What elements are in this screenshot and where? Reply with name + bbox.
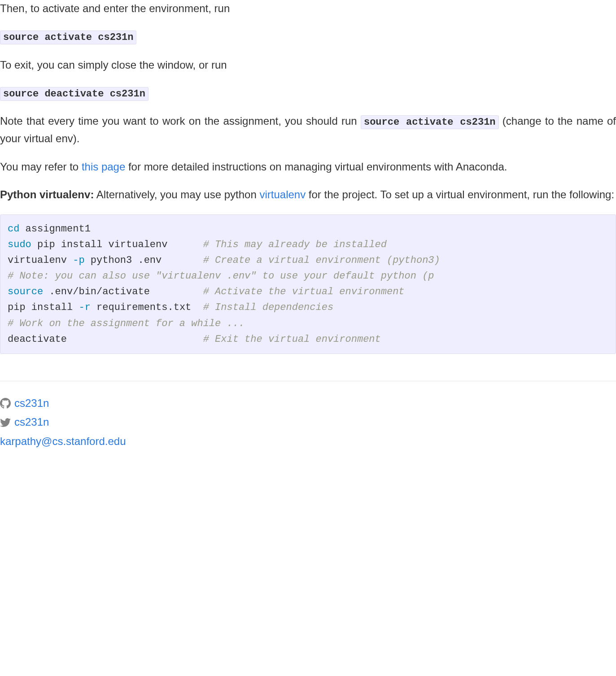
divider <box>0 381 616 381</box>
footer-link-email: karpathy@cs.stanford.edu <box>0 433 616 450</box>
txt-l3b: python3 .env <box>85 255 203 266</box>
flag-l3: -p <box>73 255 84 266</box>
cmt-l6: # Install dependencies <box>203 302 333 313</box>
link-virtualenv[interactable]: virtualenv <box>259 188 306 201</box>
code-deactivate: source deactivate cs231n <box>0 87 149 101</box>
kw-cd: cd <box>8 223 26 235</box>
virtualenv-heading: Python virtualenv: <box>0 188 94 201</box>
twitter-link[interactable]: cs231n <box>14 414 49 431</box>
footer-link-twitter: cs231n <box>0 414 616 431</box>
code-activate: source activate cs231n <box>0 31 136 44</box>
txt-l1: assignment1 <box>26 223 91 235</box>
txt-l8: deactivate <box>8 334 203 345</box>
footer-links: cs231n cs231n karpathy@cs.stanford.edu <box>0 395 616 450</box>
txt-l6a: pip install <box>8 302 79 313</box>
paragraph-activate: Then, to activate and enter the environm… <box>0 0 616 17</box>
virtualenv-before: Alternatively, you may use python <box>94 188 259 201</box>
github-icon <box>0 398 11 409</box>
kw-sudo: sudo <box>8 239 37 250</box>
paragraph-note: Note that every time you want to work on… <box>0 113 616 148</box>
virtualenv-after: for the project. To set up a virtual env… <box>306 188 614 201</box>
footer-link-github: cs231n <box>0 395 616 412</box>
txt-l2: pip install virtualenv <box>37 239 203 250</box>
txt-l5: .env/bin/activate <box>49 286 203 297</box>
code-note: source activate cs231n <box>361 115 499 129</box>
cmt-l4: # Note: you can also use "virtualenv .en… <box>8 270 434 282</box>
email-link[interactable]: karpathy@cs.stanford.edu <box>0 433 126 450</box>
cmt-l3: # Create a virtual environment (python3) <box>203 255 440 266</box>
github-link[interactable]: cs231n <box>14 395 49 412</box>
txt-l6b: requirements.txt <box>91 302 203 313</box>
cmt-l2: # This may already be installed <box>203 239 387 250</box>
code-deactivate-wrapper: source deactivate cs231n <box>0 84 616 102</box>
link-this-page[interactable]: this page <box>82 161 125 173</box>
refer-before: You may refer to <box>0 161 82 173</box>
twitter-icon <box>0 417 11 428</box>
cmt-l5: # Activate the virtual environment <box>203 286 405 297</box>
refer-after: for more detailed instructions on managi… <box>125 161 507 173</box>
cmt-l7: # Work on the assignment for a while ... <box>8 318 245 329</box>
note-text-before: Note that every time you want to work on… <box>0 115 361 127</box>
paragraph-exit: To exit, you can simply close the window… <box>0 57 616 74</box>
code-block-virtualenv: cd assignment1 sudo pip install virtuale… <box>0 214 616 354</box>
kw-source: source <box>8 286 49 297</box>
code-activate-wrapper: source activate cs231n <box>0 28 616 45</box>
paragraph-refer: You may refer to this page for more deta… <box>0 158 616 175</box>
txt-l3a: virtualenv <box>8 255 73 266</box>
cmt-l8: # Exit the virtual environment <box>203 334 381 345</box>
flag-l6: -r <box>79 302 90 313</box>
paragraph-virtualenv: Python virtualenv: Alternatively, you ma… <box>0 186 616 203</box>
